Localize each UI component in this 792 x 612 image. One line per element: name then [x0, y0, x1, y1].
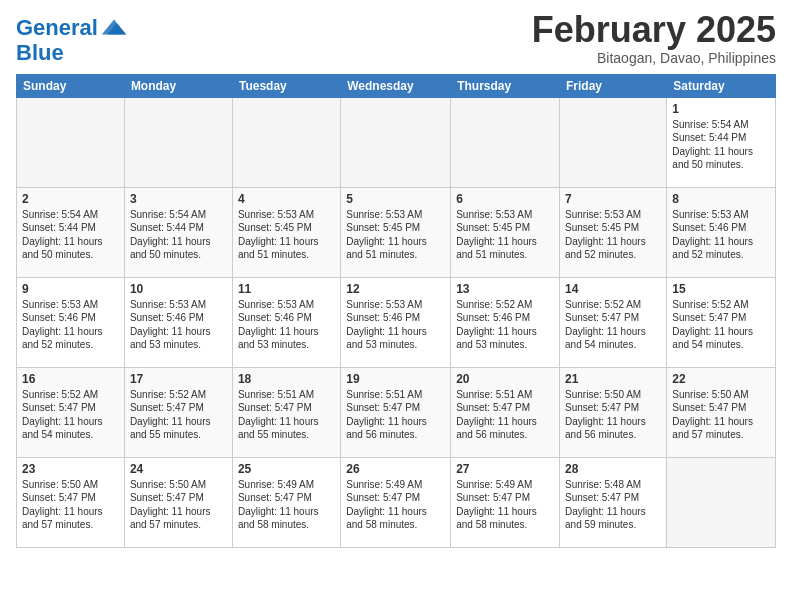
day-info: Sunrise: 5:49 AMSunset: 5:47 PMDaylight:…: [456, 478, 554, 532]
logo: General Blue: [16, 10, 128, 64]
location: Bitaogan, Davao, Philippines: [532, 50, 776, 66]
header-sunday: Sunday: [17, 74, 125, 97]
day-info: Sunrise: 5:54 AMSunset: 5:44 PMDaylight:…: [130, 208, 227, 262]
day-info: Sunrise: 5:52 AMSunset: 5:46 PMDaylight:…: [456, 298, 554, 352]
day-info: Sunrise: 5:49 AMSunset: 5:47 PMDaylight:…: [238, 478, 335, 532]
calendar-cell: 16Sunrise: 5:52 AMSunset: 5:47 PMDayligh…: [17, 367, 125, 457]
calendar-cell: 14Sunrise: 5:52 AMSunset: 5:47 PMDayligh…: [560, 277, 667, 367]
day-info: Sunrise: 5:52 AMSunset: 5:47 PMDaylight:…: [130, 388, 227, 442]
calendar-cell: 8Sunrise: 5:53 AMSunset: 5:46 PMDaylight…: [667, 187, 776, 277]
calendar-cell: [667, 457, 776, 547]
day-number: 17: [130, 372, 227, 386]
title-block: February 2025 Bitaogan, Davao, Philippin…: [532, 10, 776, 66]
day-info: Sunrise: 5:52 AMSunset: 5:47 PMDaylight:…: [672, 298, 770, 352]
day-info: Sunrise: 5:53 AMSunset: 5:45 PMDaylight:…: [456, 208, 554, 262]
calendar-cell: 25Sunrise: 5:49 AMSunset: 5:47 PMDayligh…: [232, 457, 340, 547]
day-number: 12: [346, 282, 445, 296]
day-number: 24: [130, 462, 227, 476]
calendar-cell: [17, 97, 125, 187]
day-info: Sunrise: 5:53 AMSunset: 5:46 PMDaylight:…: [672, 208, 770, 262]
day-number: 5: [346, 192, 445, 206]
day-number: 20: [456, 372, 554, 386]
calendar-week-0: 1Sunrise: 5:54 AMSunset: 5:44 PMDaylight…: [17, 97, 776, 187]
day-number: 19: [346, 372, 445, 386]
header-saturday: Saturday: [667, 74, 776, 97]
day-info: Sunrise: 5:51 AMSunset: 5:47 PMDaylight:…: [346, 388, 445, 442]
calendar-cell: 1Sunrise: 5:54 AMSunset: 5:44 PMDaylight…: [667, 97, 776, 187]
day-number: 18: [238, 372, 335, 386]
day-number: 26: [346, 462, 445, 476]
calendar-cell: 7Sunrise: 5:53 AMSunset: 5:45 PMDaylight…: [560, 187, 667, 277]
calendar-cell: 17Sunrise: 5:52 AMSunset: 5:47 PMDayligh…: [124, 367, 232, 457]
calendar-week-4: 23Sunrise: 5:50 AMSunset: 5:47 PMDayligh…: [17, 457, 776, 547]
calendar-cell: [341, 97, 451, 187]
calendar-week-3: 16Sunrise: 5:52 AMSunset: 5:47 PMDayligh…: [17, 367, 776, 457]
logo-text-line1: General: [16, 17, 98, 39]
calendar-cell: [560, 97, 667, 187]
day-info: Sunrise: 5:53 AMSunset: 5:45 PMDaylight:…: [238, 208, 335, 262]
day-info: Sunrise: 5:49 AMSunset: 5:47 PMDaylight:…: [346, 478, 445, 532]
day-info: Sunrise: 5:53 AMSunset: 5:45 PMDaylight:…: [346, 208, 445, 262]
day-info: Sunrise: 5:50 AMSunset: 5:47 PMDaylight:…: [22, 478, 119, 532]
calendar-cell: [232, 97, 340, 187]
calendar-cell: 4Sunrise: 5:53 AMSunset: 5:45 PMDaylight…: [232, 187, 340, 277]
day-number: 27: [456, 462, 554, 476]
calendar-cell: 26Sunrise: 5:49 AMSunset: 5:47 PMDayligh…: [341, 457, 451, 547]
calendar-week-2: 9Sunrise: 5:53 AMSunset: 5:46 PMDaylight…: [17, 277, 776, 367]
logo-text-line2: Blue: [16, 40, 64, 65]
day-number: 28: [565, 462, 661, 476]
calendar-cell: 9Sunrise: 5:53 AMSunset: 5:46 PMDaylight…: [17, 277, 125, 367]
header-thursday: Thursday: [451, 74, 560, 97]
day-info: Sunrise: 5:53 AMSunset: 5:46 PMDaylight:…: [238, 298, 335, 352]
day-number: 6: [456, 192, 554, 206]
day-info: Sunrise: 5:52 AMSunset: 5:47 PMDaylight:…: [565, 298, 661, 352]
day-number: 2: [22, 192, 119, 206]
calendar-cell: 23Sunrise: 5:50 AMSunset: 5:47 PMDayligh…: [17, 457, 125, 547]
day-info: Sunrise: 5:53 AMSunset: 5:45 PMDaylight:…: [565, 208, 661, 262]
day-info: Sunrise: 5:50 AMSunset: 5:47 PMDaylight:…: [672, 388, 770, 442]
day-number: 16: [22, 372, 119, 386]
day-number: 4: [238, 192, 335, 206]
calendar-cell: 3Sunrise: 5:54 AMSunset: 5:44 PMDaylight…: [124, 187, 232, 277]
calendar-cell: 11Sunrise: 5:53 AMSunset: 5:46 PMDayligh…: [232, 277, 340, 367]
day-info: Sunrise: 5:53 AMSunset: 5:46 PMDaylight:…: [22, 298, 119, 352]
calendar-cell: [124, 97, 232, 187]
day-number: 25: [238, 462, 335, 476]
calendar-cell: 19Sunrise: 5:51 AMSunset: 5:47 PMDayligh…: [341, 367, 451, 457]
day-info: Sunrise: 5:53 AMSunset: 5:46 PMDaylight:…: [346, 298, 445, 352]
page: General Blue February 2025 Bitaogan, Dav…: [0, 0, 792, 558]
calendar-cell: 27Sunrise: 5:49 AMSunset: 5:47 PMDayligh…: [451, 457, 560, 547]
day-info: Sunrise: 5:48 AMSunset: 5:47 PMDaylight:…: [565, 478, 661, 532]
month-title: February 2025: [532, 10, 776, 50]
calendar-cell: 28Sunrise: 5:48 AMSunset: 5:47 PMDayligh…: [560, 457, 667, 547]
calendar-cell: 22Sunrise: 5:50 AMSunset: 5:47 PMDayligh…: [667, 367, 776, 457]
day-info: Sunrise: 5:52 AMSunset: 5:47 PMDaylight:…: [22, 388, 119, 442]
calendar: Sunday Monday Tuesday Wednesday Thursday…: [16, 74, 776, 548]
calendar-cell: [451, 97, 560, 187]
calendar-cell: 6Sunrise: 5:53 AMSunset: 5:45 PMDaylight…: [451, 187, 560, 277]
day-number: 15: [672, 282, 770, 296]
day-number: 3: [130, 192, 227, 206]
logo-icon: [100, 14, 128, 42]
day-number: 10: [130, 282, 227, 296]
day-number: 13: [456, 282, 554, 296]
calendar-cell: 5Sunrise: 5:53 AMSunset: 5:45 PMDaylight…: [341, 187, 451, 277]
day-number: 8: [672, 192, 770, 206]
calendar-week-1: 2Sunrise: 5:54 AMSunset: 5:44 PMDaylight…: [17, 187, 776, 277]
calendar-header-row: Sunday Monday Tuesday Wednesday Thursday…: [17, 74, 776, 97]
header-tuesday: Tuesday: [232, 74, 340, 97]
day-info: Sunrise: 5:50 AMSunset: 5:47 PMDaylight:…: [565, 388, 661, 442]
header: General Blue February 2025 Bitaogan, Dav…: [16, 10, 776, 66]
calendar-cell: 15Sunrise: 5:52 AMSunset: 5:47 PMDayligh…: [667, 277, 776, 367]
day-number: 14: [565, 282, 661, 296]
day-info: Sunrise: 5:53 AMSunset: 5:46 PMDaylight:…: [130, 298, 227, 352]
header-wednesday: Wednesday: [341, 74, 451, 97]
header-friday: Friday: [560, 74, 667, 97]
day-number: 21: [565, 372, 661, 386]
day-info: Sunrise: 5:51 AMSunset: 5:47 PMDaylight:…: [238, 388, 335, 442]
calendar-cell: 20Sunrise: 5:51 AMSunset: 5:47 PMDayligh…: [451, 367, 560, 457]
calendar-cell: 18Sunrise: 5:51 AMSunset: 5:47 PMDayligh…: [232, 367, 340, 457]
day-number: 1: [672, 102, 770, 116]
day-number: 23: [22, 462, 119, 476]
calendar-cell: 2Sunrise: 5:54 AMSunset: 5:44 PMDaylight…: [17, 187, 125, 277]
